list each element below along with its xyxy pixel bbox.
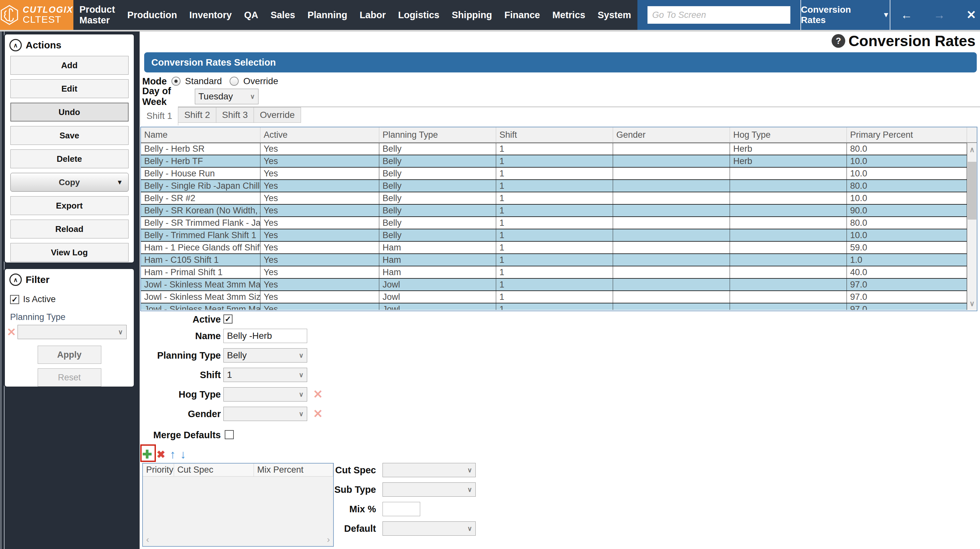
- chevron-down-icon: ▼: [883, 11, 890, 19]
- delete-row-icon[interactable]: ✖: [156, 449, 165, 460]
- tab-shift-3[interactable]: Shift 3: [216, 107, 254, 123]
- override-radio[interactable]: [229, 77, 239, 86]
- table-cell: 1: [496, 303, 613, 310]
- day-of-week-value: Tuesday: [199, 91, 233, 102]
- column-header[interactable]: Cut Spec: [174, 464, 254, 476]
- menu-item[interactable]: Planning: [301, 0, 353, 30]
- export-button[interactable]: Export: [10, 196, 129, 215]
- table-row[interactable]: Belly - House RunYesBelly110.0: [141, 168, 967, 180]
- merge-defaults-checkbox[interactable]: [225, 430, 234, 439]
- move-up-icon[interactable]: ↑: [170, 448, 176, 460]
- close-icon[interactable]: ✕: [966, 8, 976, 22]
- column-header[interactable]: Name: [141, 127, 261, 142]
- table-row[interactable]: Belly - Herb TFYesBelly1Herb10.0: [141, 155, 967, 168]
- menu-item[interactable]: Logistics: [392, 0, 445, 30]
- move-down-icon[interactable]: ↓: [180, 448, 186, 460]
- table-row[interactable]: Jowl - Skinless Meat 3mm Sized SYesJowl1…: [141, 291, 967, 303]
- merge-defaults-label: Merge Defaults: [140, 430, 221, 440]
- back-icon[interactable]: ←: [901, 8, 912, 22]
- delete-button[interactable]: Delete: [10, 149, 129, 168]
- planning-type-select[interactable]: Belly ∨: [223, 348, 307, 362]
- column-header[interactable]: Hog Type: [730, 127, 847, 142]
- table-row[interactable]: Belly - SR Trimmed Flank - JapanYesBelly…: [141, 217, 967, 229]
- gender-select[interactable]: ∨: [223, 407, 307, 421]
- table-row[interactable]: Belly - Single Rib -Japan Chilled SYesBe…: [141, 180, 967, 192]
- menu-item[interactable]: Metrics: [546, 0, 592, 30]
- column-header[interactable]: Priority: [143, 464, 174, 476]
- table-cell: Belly: [379, 217, 496, 229]
- menu-item[interactable]: Sales: [264, 0, 301, 30]
- table-row[interactable]: Ham - Primal Shift 1YesHam140.0: [141, 267, 967, 279]
- screen-selector-dropdown[interactable]: Conversion Rates ▼: [801, 0, 890, 30]
- chevron-down-icon: ∨: [467, 525, 472, 532]
- scroll-down-icon[interactable]: ∨: [967, 300, 977, 308]
- chevron-down-icon: ∨: [467, 486, 472, 493]
- table-row[interactable]: Ham - 1 Piece Glands off Shift 1YesHam15…: [141, 242, 967, 254]
- column-header[interactable]: Shift: [496, 127, 613, 142]
- clear-gender-icon[interactable]: ✕: [313, 407, 323, 421]
- save-button[interactable]: Save: [10, 126, 129, 145]
- table-row[interactable]: Ham - C105 Shift 1YesHam11.0: [141, 254, 967, 267]
- cut-spec-select[interactable]: ∨: [382, 463, 476, 477]
- apply-button[interactable]: Apply: [38, 346, 101, 364]
- menu-item[interactable]: Product Master: [73, 0, 121, 30]
- table-row[interactable]: Jowl - Skinless Meat 5mm Max SlYesJowl19…: [141, 303, 967, 310]
- clear-hog-type-icon[interactable]: ✕: [313, 387, 323, 402]
- hog-type-select[interactable]: ∨: [223, 387, 307, 402]
- table-row[interactable]: Belly - Herb SRYesBelly1Herb80.0: [141, 143, 967, 155]
- page-title: Conversion Rates: [848, 32, 975, 50]
- active-checkbox[interactable]: ✓: [223, 314, 232, 324]
- table-row[interactable]: Jowl - Skinless Meat 3mm Max SlYesJowl19…: [141, 279, 967, 291]
- reload-button[interactable]: Reload: [10, 220, 129, 238]
- table-cell: [730, 254, 847, 266]
- table-cell: [613, 229, 730, 241]
- column-header[interactable]: Active: [261, 127, 379, 142]
- vertical-scrollbar[interactable]: ∧ ∨: [967, 143, 977, 310]
- undo-button[interactable]: Undo: [10, 103, 129, 121]
- menu-item[interactable]: QA: [238, 0, 265, 30]
- column-header[interactable]: Gender: [613, 127, 730, 142]
- standard-radio[interactable]: [172, 77, 181, 86]
- add-button[interactable]: Add: [10, 56, 129, 75]
- table-cell: Yes: [261, 303, 379, 310]
- collapse-icon[interactable]: ∧: [10, 39, 22, 51]
- shift-select[interactable]: 1 ∨: [223, 368, 307, 382]
- edit-button[interactable]: Edit: [10, 79, 129, 98]
- reset-button[interactable]: Reset: [38, 369, 101, 386]
- menu-item[interactable]: Finance: [498, 0, 546, 30]
- is-active-checkbox[interactable]: ✓: [10, 295, 19, 304]
- menu-item[interactable]: Production: [121, 0, 183, 30]
- clear-filter-icon[interactable]: ✕: [7, 327, 16, 338]
- default-select[interactable]: ∨: [382, 521, 476, 536]
- planning-type-filter-select[interactable]: ∨: [18, 325, 127, 339]
- table-row[interactable]: Belly - SR #2YesBelly110.0: [141, 192, 967, 205]
- tab-shift-1[interactable]: Shift 1: [140, 107, 178, 125]
- mix-percent-input[interactable]: [382, 502, 420, 516]
- day-of-week-select[interactable]: Tuesday ∨: [195, 89, 258, 104]
- forward-icon[interactable]: →: [934, 8, 945, 22]
- sub-type-select[interactable]: ∨: [382, 482, 476, 497]
- goto-screen-input[interactable]: [648, 6, 791, 24]
- scroll-right-icon[interactable]: ›: [327, 535, 330, 544]
- view-log-button[interactable]: View Log: [10, 243, 129, 262]
- scroll-up-icon[interactable]: ∧: [967, 145, 977, 154]
- tab-shift-2[interactable]: Shift 2: [178, 107, 216, 123]
- tab-override[interactable]: Override: [254, 107, 301, 123]
- menu-item[interactable]: System: [591, 0, 637, 30]
- scroll-left-icon[interactable]: ‹: [146, 535, 149, 544]
- column-header[interactable]: Primary Percent: [847, 127, 967, 142]
- column-header[interactable]: Planning Type: [379, 127, 496, 142]
- table-row[interactable]: Belly - Trimmed Flank Shift 1YesBelly110…: [141, 229, 967, 242]
- menu-item[interactable]: Inventory: [183, 0, 238, 30]
- name-input[interactable]: [223, 329, 307, 343]
- copy-button[interactable]: Copy ▼: [10, 173, 129, 192]
- menu-item[interactable]: Shipping: [445, 0, 498, 30]
- table-cell: [730, 205, 847, 216]
- chevron-down-icon[interactable]: ▼: [116, 179, 123, 186]
- table-cell: 10.0: [847, 155, 967, 167]
- menu-item[interactable]: Labor: [353, 0, 392, 30]
- collapse-icon[interactable]: ∧: [10, 273, 22, 286]
- help-icon[interactable]: ?: [832, 34, 845, 48]
- scrollbar-thumb[interactable]: [968, 162, 977, 220]
- table-row[interactable]: Belly - SR Korean (No Width, All BYesBel…: [141, 205, 967, 217]
